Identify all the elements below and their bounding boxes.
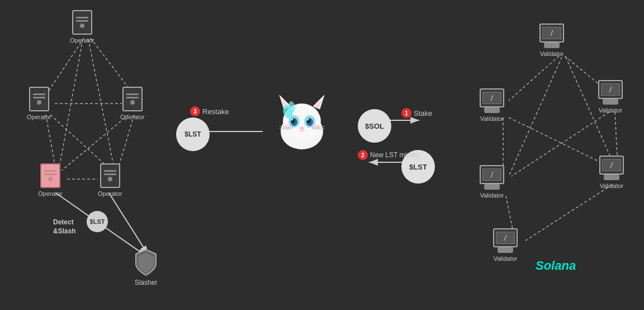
badge-1: 1 bbox=[401, 108, 411, 118]
operator-left: Operator bbox=[27, 87, 51, 120]
operator-bot-right: Operator bbox=[98, 163, 122, 197]
svg-line-25 bbox=[509, 57, 562, 176]
validator-4: / Validator bbox=[480, 165, 504, 199]
svg-line-6 bbox=[50, 115, 112, 171]
svg-line-17 bbox=[509, 56, 559, 101]
shield-svg bbox=[134, 248, 158, 276]
mascot-svg bbox=[268, 92, 335, 159]
badge-2: 2 bbox=[358, 150, 368, 160]
operator-left-label: Operator bbox=[27, 114, 51, 120]
validator-3: / Validator bbox=[598, 80, 623, 114]
validator-5: / Validator bbox=[599, 156, 624, 189]
svg-line-24 bbox=[525, 185, 612, 241]
sol-circle: $SOL bbox=[358, 109, 391, 143]
solana-label: Solana bbox=[536, 259, 576, 273]
operator-bot-left: Operator bbox=[38, 163, 62, 197]
svg-line-8 bbox=[117, 115, 134, 171]
svg-line-7 bbox=[61, 115, 129, 171]
validator-1: / Validator bbox=[539, 24, 564, 57]
step2-label: 2 New LST minted bbox=[358, 150, 419, 160]
step1-label: 1 Stake bbox=[401, 108, 432, 118]
operator-right: Operator bbox=[120, 87, 144, 120]
server-icon-bot-left bbox=[40, 163, 60, 188]
operator-bot-right-label: Operator bbox=[98, 190, 122, 197]
validator-4-label: Validator bbox=[480, 192, 504, 199]
validator-1-label: Validator bbox=[540, 50, 564, 57]
operator-right-label: Operator bbox=[120, 114, 144, 120]
monitor-3: / bbox=[598, 80, 623, 99]
mascot bbox=[268, 92, 335, 162]
svg-line-21 bbox=[512, 112, 609, 176]
svg-point-42 bbox=[307, 119, 309, 121]
slasher-label: Slasher bbox=[135, 279, 158, 286]
monitor-5: / bbox=[599, 156, 624, 175]
lst-detect-badge: $LST bbox=[87, 211, 108, 232]
svg-point-41 bbox=[292, 119, 293, 121]
server-icon-top bbox=[72, 10, 92, 35]
operator-top: Operator bbox=[70, 10, 94, 44]
validator-5-label: Validator bbox=[600, 182, 624, 189]
lst-restake-circle: $LST bbox=[176, 118, 210, 151]
svg-line-2 bbox=[46, 38, 84, 95]
monitor-1: / bbox=[539, 24, 564, 43]
svg-line-13 bbox=[109, 193, 148, 255]
svg-line-20 bbox=[509, 118, 612, 168]
svg-line-5 bbox=[46, 115, 56, 171]
badge-3: 3 bbox=[190, 106, 200, 116]
validator-6-label: Validator bbox=[494, 255, 518, 262]
svg-line-10 bbox=[88, 39, 115, 171]
operator-top-label: Operator bbox=[70, 37, 94, 44]
slasher-icon: Slasher bbox=[134, 248, 158, 286]
server-icon-right bbox=[122, 87, 143, 111]
validator-3-label: Validator bbox=[599, 107, 623, 114]
validator-6: / Validator bbox=[493, 228, 518, 262]
detect-slash-label: Detect&Slash bbox=[53, 218, 76, 236]
monitor-4: / bbox=[480, 165, 504, 184]
operator-bot-left-label: Operator bbox=[38, 190, 62, 197]
step3-label: 3 Restake bbox=[190, 106, 229, 116]
svg-line-9 bbox=[59, 39, 83, 171]
validator-2-label: Validator bbox=[480, 115, 504, 122]
validator-2: / Validator bbox=[480, 88, 504, 122]
monitor-6: / bbox=[493, 228, 518, 247]
svg-point-43 bbox=[300, 127, 304, 130]
server-icon-bot-right bbox=[100, 163, 120, 188]
diagram-container: Operator Operator Operator Operator bbox=[0, 0, 644, 310]
monitor-2: / bbox=[480, 88, 504, 107]
server-icon-left bbox=[29, 87, 49, 111]
